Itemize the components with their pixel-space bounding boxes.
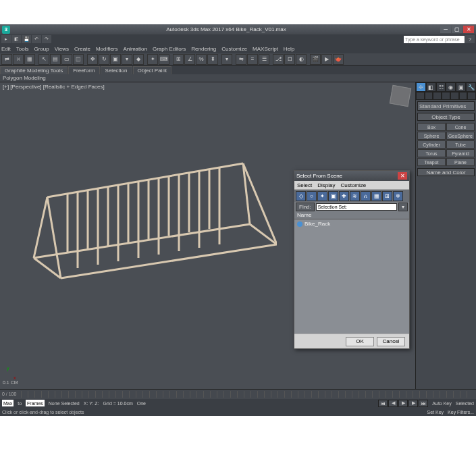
cancel-button[interactable]: Cancel — [377, 337, 405, 346]
filter-frozen-icon[interactable]: ❄ — [393, 191, 403, 201]
tab-motion-icon[interactable]: ◉ — [446, 82, 456, 92]
scene-object-bike-rack[interactable] — [20, 150, 277, 285]
tab-modify-icon[interactable]: ◧ — [426, 82, 436, 92]
viewport-label[interactable]: [+] [Perspective] [Realistic + Edged Fac… — [3, 84, 105, 90]
dialog-close-button[interactable]: ✕ — [398, 172, 407, 180]
qat-redo-icon[interactable]: ↷ — [42, 35, 51, 43]
close-button[interactable]: ✕ — [463, 26, 474, 33]
ok-button[interactable]: OK — [346, 337, 374, 346]
menu-group[interactable]: Group — [34, 46, 49, 52]
curve-editor-icon[interactable]: ⎇ — [273, 54, 284, 65]
next-frame-icon[interactable]: ▶ — [408, 400, 418, 407]
play-icon[interactable]: ▶ — [398, 400, 408, 407]
minimize-button[interactable]: ─ — [440, 26, 451, 33]
dialog-menu-display[interactable]: Display — [317, 182, 335, 188]
list-item[interactable]: Bike_Rack — [294, 219, 409, 228]
manip-icon[interactable]: ✦ — [147, 54, 158, 65]
filter-cameras-icon[interactable]: ▣ — [328, 191, 338, 201]
dialog-titlebar[interactable]: Select From Scene ✕ — [294, 171, 409, 181]
dialog-menu-select[interactable]: Select — [297, 182, 312, 188]
filter-space-icon[interactable]: ≋ — [350, 191, 360, 201]
rollout-object-type[interactable]: Object Type — [417, 113, 475, 121]
cat-systems-icon[interactable] — [467, 92, 476, 100]
angle-snap-icon[interactable]: ∠ — [184, 54, 195, 65]
cat-helpers-icon[interactable] — [450, 92, 459, 100]
btn-pyramid[interactable]: Pyramid — [446, 149, 475, 157]
qat-open-icon[interactable]: ◧ — [11, 35, 21, 43]
dialog-menu-customize[interactable]: Customize — [340, 182, 366, 188]
maximize-button[interactable]: ▢ — [452, 26, 462, 33]
viewcube[interactable] — [390, 85, 411, 107]
qat-new-icon[interactable]: ▸ — [1, 35, 11, 43]
tab-objectpaint[interactable]: Object Paint — [133, 66, 172, 74]
btn-teapot[interactable]: Teapot — [417, 158, 446, 166]
ribbon-mode-label[interactable]: Polygon Modeling — [0, 74, 476, 82]
pivot-icon[interactable]: ◆ — [133, 54, 144, 65]
filter-groups-icon[interactable]: ▦ — [371, 191, 381, 201]
menu-create[interactable]: Create — [74, 46, 90, 52]
btn-sphere[interactable]: Sphere — [417, 132, 446, 140]
refcoord-icon[interactable]: ▾ — [122, 54, 132, 65]
named-sel-icon[interactable]: ▾ — [221, 54, 232, 65]
cat-cameras-icon[interactable] — [442, 92, 450, 100]
help-search-input[interactable]: Type a keyword or phrase — [404, 36, 465, 43]
filter-shapes-icon[interactable]: ○ — [307, 191, 317, 201]
render-frame-icon[interactable]: ▶ — [321, 54, 332, 65]
app-icon[interactable]: 3 — [2, 26, 10, 34]
select-name-icon[interactable]: ▤ — [50, 54, 61, 65]
menu-animation[interactable]: Animation — [123, 46, 147, 52]
scene-object-list[interactable]: Bike_Rack — [294, 219, 409, 334]
autokey-button[interactable]: Auto Key — [432, 401, 451, 406]
viewport[interactable]: [+] [Perspective] [Realistic + Edged Fac… — [0, 82, 415, 389]
move-icon[interactable]: ✥ — [87, 54, 98, 65]
menu-tools[interactable]: Tools — [16, 46, 29, 52]
window-crossing-icon[interactable]: ◫ — [73, 54, 84, 65]
cat-lights-icon[interactable] — [433, 92, 442, 100]
primitives-dropdown[interactable]: Standard Primitives — [417, 101, 475, 111]
menu-edit[interactable]: Edit — [1, 46, 11, 52]
material-editor-icon[interactable]: ◐ — [296, 54, 307, 65]
qat-save-icon[interactable]: 💾 — [22, 35, 31, 43]
help-icon[interactable]: ? — [465, 35, 475, 43]
btn-torus[interactable]: Torus — [417, 149, 446, 157]
filter-bone-icon[interactable]: ⎌ — [361, 191, 371, 201]
rotate-icon[interactable]: ↻ — [99, 54, 109, 65]
btn-cone[interactable]: Cone — [446, 123, 475, 131]
goto-start-icon[interactable]: ⏮ — [378, 400, 388, 407]
btn-plane[interactable]: Plane — [446, 158, 475, 166]
unlink-icon[interactable]: ⤫ — [13, 54, 24, 65]
tab-hierarchy-icon[interactable]: ☷ — [436, 82, 446, 92]
tab-selection[interactable]: Selection — [101, 66, 132, 74]
menu-help[interactable]: Help — [284, 46, 294, 52]
qat-undo-icon[interactable]: ↶ — [32, 35, 41, 43]
menu-maxscript[interactable]: MAXScript — [253, 46, 278, 52]
tab-freeform[interactable]: Freeform — [68, 66, 99, 74]
render-icon[interactable]: 🫖 — [333, 54, 344, 65]
menu-modifiers[interactable]: Modifiers — [96, 46, 117, 52]
keyfilters-button[interactable]: Key Filters... — [448, 410, 474, 415]
tab-graphite[interactable]: Graphite Modeling Tools — [0, 66, 68, 74]
filter-xref-icon[interactable]: ⊞ — [382, 191, 392, 201]
btn-tube[interactable]: Tube — [446, 140, 475, 149]
rect-select-icon[interactable]: ▭ — [61, 54, 72, 65]
keymode-icon[interactable]: ⌨ — [159, 54, 169, 65]
filter-geometry-icon[interactable]: ◇ — [296, 191, 306, 201]
tab-create-icon[interactable]: ✢ — [416, 82, 426, 92]
menu-rendering[interactable]: Rendering — [191, 46, 216, 52]
prev-frame-icon[interactable]: ◀ — [388, 400, 398, 407]
tab-utilities-icon[interactable]: 🔧 — [466, 82, 476, 92]
selected-filter[interactable]: Selected — [456, 401, 474, 406]
btn-cylinder[interactable]: Cylinder — [417, 140, 446, 149]
track-ruler[interactable] — [21, 391, 473, 398]
select-link-icon[interactable]: ⇄ — [1, 54, 12, 65]
menu-grapheditors[interactable]: Graph Editors — [153, 46, 186, 52]
menu-views[interactable]: Views — [55, 46, 69, 52]
align-icon[interactable]: ≡ — [247, 54, 258, 65]
btn-geosphere[interactable]: GeoSphere — [446, 132, 475, 140]
filter-helpers-icon[interactable]: ✚ — [339, 191, 349, 201]
list-header-name[interactable]: Name — [294, 211, 409, 219]
cat-shapes-icon[interactable] — [425, 92, 433, 100]
layers-icon[interactable]: ☰ — [259, 54, 269, 65]
schematic-icon[interactable]: ⊡ — [284, 54, 295, 65]
snap-icon[interactable]: ⊞ — [173, 54, 184, 65]
